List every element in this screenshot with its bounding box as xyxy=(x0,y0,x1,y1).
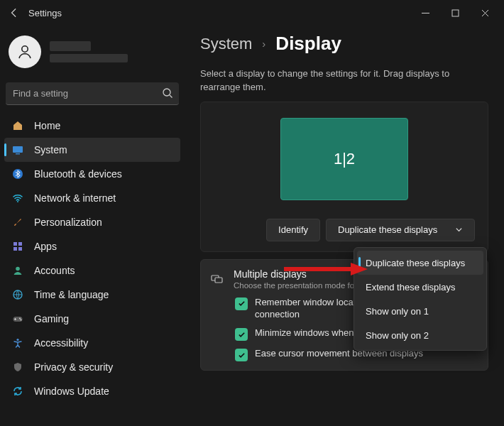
sidebar-item-label: Gaming xyxy=(34,313,69,324)
menu-item-label: Show only on 1 xyxy=(366,306,429,317)
display-mode-dropdown[interactable]: Duplicate these displays xyxy=(326,219,475,241)
sidebar-item-accounts[interactable]: Accounts xyxy=(4,258,180,283)
close-button[interactable] xyxy=(470,3,500,23)
page-description: Select a display to change the settings … xyxy=(200,67,488,94)
sidebar-item-label: Time & language xyxy=(34,289,109,300)
menu-item-extend[interactable]: Extend these displays xyxy=(357,275,483,299)
svg-point-14 xyxy=(19,318,21,320)
accounts-icon xyxy=(11,264,24,277)
brush-icon xyxy=(11,216,24,229)
monitor-tile[interactable]: 1|2 xyxy=(280,118,408,200)
svg-point-11 xyxy=(16,267,20,271)
shield-icon xyxy=(11,361,24,373)
sidebar-item-label: Home xyxy=(34,120,60,131)
arrow-left-icon xyxy=(9,8,19,18)
svg-point-16 xyxy=(16,339,18,341)
update-icon xyxy=(11,385,24,398)
sidebar-item-label: Bluetooth & devices xyxy=(34,168,122,180)
menu-item-show-1[interactable]: Show only on 1 xyxy=(357,299,483,323)
window-controls xyxy=(410,3,500,23)
sidebar: Home System Bluetooth & devices Network … xyxy=(0,26,185,426)
sidebar-item-accessibility[interactable]: Accessibility xyxy=(4,331,180,355)
sidebar-item-label: Apps xyxy=(34,241,57,252)
checkbox-checked-icon xyxy=(235,297,248,310)
sidebar-item-label: Accessibility xyxy=(34,337,88,349)
sidebar-item-label: Personalization xyxy=(34,217,102,228)
sidebar-item-label: Accounts xyxy=(34,265,75,276)
sidebar-item-label: System xyxy=(34,144,67,155)
svg-rect-0 xyxy=(452,10,459,16)
svg-rect-8 xyxy=(18,242,22,246)
identify-row: Identify Duplicate these displays xyxy=(214,219,475,241)
maximize-button[interactable] xyxy=(440,3,470,23)
svg-rect-18 xyxy=(215,278,222,283)
menu-item-show-2[interactable]: Show only on 2 xyxy=(357,323,483,347)
nav: Home System Bluetooth & devices Network … xyxy=(4,114,180,403)
maximize-icon xyxy=(451,9,459,17)
breadcrumb: System › Display xyxy=(200,33,488,55)
menu-item-label: Extend these displays xyxy=(366,282,455,293)
wifi-icon xyxy=(11,192,24,204)
home-icon xyxy=(11,119,24,132)
monitor-label: 1|2 xyxy=(334,150,355,168)
sidebar-item-update[interactable]: Windows Update xyxy=(4,379,180,403)
checkbox-checked-icon xyxy=(235,349,248,361)
system-icon xyxy=(11,143,24,156)
close-icon xyxy=(481,9,489,17)
identify-label: Identify xyxy=(278,224,308,235)
search-wrap xyxy=(6,82,179,105)
profile-email-redacted xyxy=(50,54,128,62)
sidebar-item-time[interactable]: Time & language xyxy=(4,283,180,307)
titlebar: Settings xyxy=(0,0,504,26)
bluetooth-icon xyxy=(11,168,24,180)
window-title: Settings xyxy=(28,8,62,18)
menu-item-label: Duplicate these displays xyxy=(366,258,465,268)
sidebar-item-bluetooth[interactable]: Bluetooth & devices xyxy=(4,162,180,186)
svg-rect-4 xyxy=(16,153,20,154)
apps-icon xyxy=(11,240,24,253)
display-mode-menu: Duplicate these displays Extend these di… xyxy=(354,247,487,351)
profile-text xyxy=(50,41,128,62)
svg-rect-7 xyxy=(13,242,17,246)
chevron-right-icon: › xyxy=(262,38,265,50)
minimize-icon xyxy=(422,9,429,17)
sidebar-item-label: Privacy & security xyxy=(34,361,113,373)
sidebar-item-apps[interactable]: Apps xyxy=(4,234,180,258)
profile-block[interactable] xyxy=(4,27,180,80)
sidebar-item-label: Network & internet xyxy=(34,192,116,204)
menu-item-duplicate[interactable]: Duplicate these displays xyxy=(357,251,483,275)
svg-point-6 xyxy=(17,201,18,202)
svg-rect-3 xyxy=(13,146,23,153)
search-input[interactable] xyxy=(6,82,179,105)
sidebar-item-gaming[interactable]: Gaming xyxy=(4,307,180,331)
accessibility-icon xyxy=(11,337,24,349)
chevron-down-icon xyxy=(455,226,463,234)
identify-button[interactable]: Identify xyxy=(266,219,320,241)
sidebar-item-personalization[interactable]: Personalization xyxy=(4,210,180,234)
minimize-button[interactable] xyxy=(410,3,440,23)
main: System › Display Select a display to cha… xyxy=(185,26,504,426)
gaming-icon xyxy=(11,312,24,325)
sidebar-item-home[interactable]: Home xyxy=(4,114,180,138)
person-icon xyxy=(16,43,33,60)
multi-display-icon xyxy=(211,273,224,285)
sidebar-item-system[interactable]: System xyxy=(4,138,180,162)
search-icon xyxy=(162,87,173,99)
svg-point-15 xyxy=(21,320,22,321)
profile-name-redacted xyxy=(50,41,91,51)
svg-rect-10 xyxy=(18,247,22,251)
svg-point-2 xyxy=(163,89,170,96)
layout: Home System Bluetooth & devices Network … xyxy=(0,26,504,426)
checkbox-checked-icon xyxy=(235,328,248,341)
breadcrumb-parent[interactable]: System xyxy=(200,35,252,53)
breadcrumb-current: Display xyxy=(275,33,341,55)
back-button[interactable] xyxy=(4,3,24,23)
sidebar-item-network[interactable]: Network & internet xyxy=(4,186,180,210)
sidebar-item-label: Windows Update xyxy=(34,386,109,397)
avatar xyxy=(9,36,41,68)
sidebar-item-privacy[interactable]: Privacy & security xyxy=(4,355,180,379)
display-arrangement-card: 1|2 Identify Duplicate these displays xyxy=(200,102,488,252)
svg-point-1 xyxy=(22,46,28,52)
globe-icon xyxy=(11,288,24,301)
menu-item-label: Show only on 2 xyxy=(366,330,429,341)
